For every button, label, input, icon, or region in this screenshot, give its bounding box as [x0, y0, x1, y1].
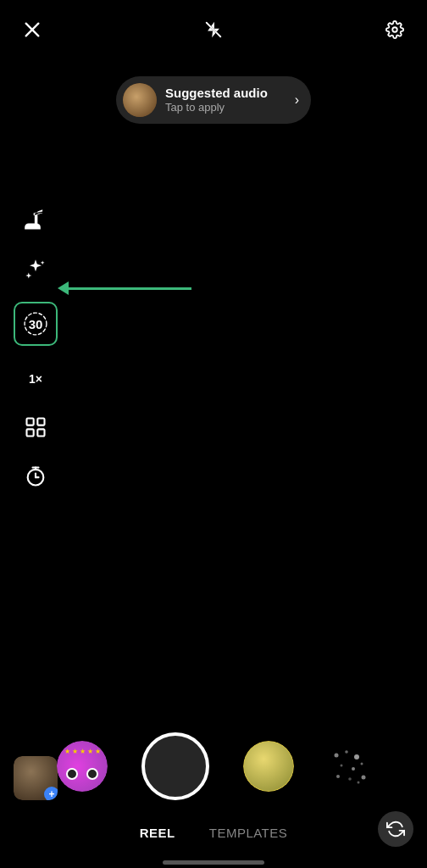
filter-avatar-1[interactable]: ★ ★ ★ ★ ★	[57, 741, 108, 792]
svg-point-5	[25, 313, 47, 335]
timer-button[interactable]: 30	[14, 302, 58, 346]
filter-avatar-2-image	[243, 741, 294, 792]
svg-rect-8	[27, 429, 34, 436]
svg-point-24	[358, 782, 360, 784]
filter-avatar-1-image: ★ ★ ★ ★ ★	[57, 741, 108, 792]
svg-point-4	[392, 27, 397, 32]
svg-point-21	[336, 775, 340, 778]
flash-toggle-button[interactable]	[198, 14, 229, 45]
bottom-nav: REEL TEMPLATES	[0, 814, 427, 855]
speed-button[interactable]: 1×	[19, 361, 53, 395]
music-button[interactable]	[19, 203, 53, 237]
svg-point-18	[341, 765, 343, 767]
svg-point-17	[354, 754, 359, 760]
svg-rect-9	[37, 429, 44, 436]
close-button[interactable]	[17, 14, 47, 45]
sparkle-filter-item[interactable]	[328, 745, 370, 787]
svg-point-22	[348, 777, 352, 781]
bottom-area: ★ ★ ★ ★ ★	[0, 715, 427, 868]
effects-button[interactable]	[19, 253, 53, 287]
suggested-audio-subtitle: Tap to apply	[165, 101, 283, 114]
filter-avatar-2[interactable]	[243, 741, 294, 792]
arrow-head-icon	[58, 281, 69, 295]
countdown-button[interactable]	[19, 459, 53, 493]
home-indicator	[163, 860, 264, 865]
suggested-audio-chevron-icon: ›	[295, 92, 299, 108]
arrow-line	[69, 287, 191, 290]
svg-rect-6	[27, 419, 34, 426]
settings-button[interactable]	[380, 14, 410, 45]
svg-rect-7	[37, 419, 44, 426]
svg-point-19	[352, 767, 355, 771]
suggested-audio-text: Suggested audio Tap to apply	[165, 86, 283, 114]
avatar-eyes	[66, 768, 98, 780]
svg-point-16	[345, 750, 348, 754]
svg-point-20	[361, 763, 363, 765]
left-toolbar: 30 1×	[14, 203, 58, 493]
speed-label: 1×	[29, 372, 42, 386]
shutter-button[interactable]	[141, 732, 209, 800]
tab-reel[interactable]: REEL	[123, 821, 192, 845]
suggested-audio-thumbnail	[123, 83, 157, 117]
svg-point-15	[335, 754, 339, 758]
suggested-audio-banner[interactable]: Suggested audio Tap to apply ›	[116, 76, 311, 124]
camera-controls: ★ ★ ★ ★ ★	[0, 715, 427, 814]
avatar-stars: ★ ★ ★ ★ ★	[64, 748, 101, 755]
green-arrow-indicator	[58, 281, 191, 295]
layout-button[interactable]	[19, 410, 53, 444]
tab-templates[interactable]: TEMPLATES	[192, 821, 305, 845]
svg-point-23	[362, 776, 366, 780]
flip-camera-button[interactable]	[378, 811, 413, 847]
suggested-audio-title: Suggested audio	[165, 86, 283, 101]
top-bar	[0, 0, 427, 59]
